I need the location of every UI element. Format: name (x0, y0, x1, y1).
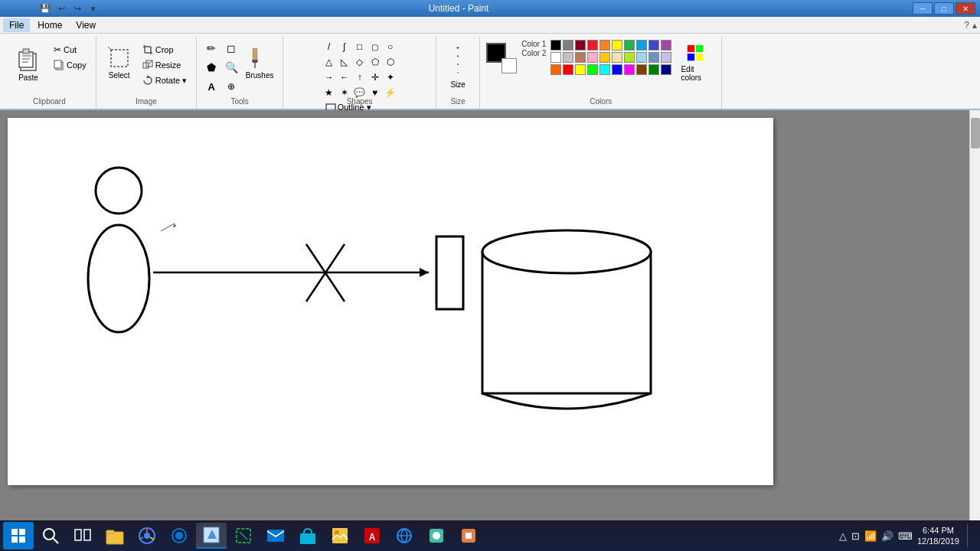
swatch-dkgreen[interactable] (648, 64, 659, 75)
color2-box[interactable] (501, 58, 517, 73)
swatch-cream[interactable] (612, 52, 622, 63)
menu-home[interactable]: Home (31, 18, 68, 32)
pencil-tool[interactable]: ✏ (203, 40, 220, 57)
taskbar-ie[interactable] (389, 523, 420, 549)
swatch-pink[interactable] (587, 52, 598, 63)
rotate-button[interactable]: Rotate ▾ (139, 73, 190, 87)
shape-arrow-4way[interactable]: ✛ (368, 70, 382, 84)
shape-diagonal-line[interactable]: / (322, 40, 336, 54)
swatch-blue[interactable] (636, 40, 647, 51)
taskbar-misc2[interactable] (453, 523, 484, 549)
shape-right-triangle[interactable]: ◺ (338, 55, 351, 69)
shape-curved-line[interactable]: ∫ (338, 40, 351, 54)
redo-qat-button[interactable]: ↪ (70, 2, 84, 15)
taskbar-search[interactable] (35, 523, 66, 549)
menu-view[interactable]: View (70, 18, 102, 32)
swatch-ltgray[interactable] (563, 52, 573, 63)
shape-ellipse[interactable]: ○ (384, 40, 397, 54)
svg-rect-39 (436, 236, 463, 309)
taskbar-acrobat[interactable]: A (357, 523, 387, 549)
vertical-scrollbar[interactable] (969, 110, 980, 530)
swatch-indigo[interactable] (648, 40, 659, 51)
swatch-orange2[interactable] (550, 64, 561, 75)
shape-arrow-u[interactable]: ↑ (353, 70, 367, 84)
swatch-red[interactable] (587, 40, 598, 51)
edit-colors-button[interactable]: Edit colors (677, 40, 715, 86)
taskbar-file-explorer[interactable] (100, 523, 130, 549)
swatch-gray[interactable] (563, 40, 573, 51)
magnifier-tool[interactable]: ⊕ (223, 78, 240, 95)
paste-button[interactable]: Paste (9, 40, 47, 86)
restore-button[interactable]: □ (934, 2, 954, 15)
swatch-ltblue[interactable] (636, 52, 647, 63)
shape-rounded-rect[interactable]: ▢ (368, 40, 382, 54)
swatch-purple[interactable] (661, 40, 671, 51)
copy-button[interactable]: Copy (51, 58, 90, 72)
eyedropper-tool[interactable]: 🔍 (223, 59, 240, 76)
canvas-container[interactable] (0, 110, 980, 530)
shape-diamond[interactable]: ◇ (353, 55, 367, 69)
customize-qat-button[interactable]: ▾ (87, 2, 100, 15)
taskbar-store[interactable] (292, 523, 323, 549)
system-clock[interactable]: 6:44 PM 12/18/2019 (917, 525, 959, 547)
minimize-button[interactable]: ─ (913, 2, 933, 15)
taskbar-chrome[interactable] (132, 523, 162, 549)
crop-button[interactable]: Crop (139, 43, 190, 57)
swatch-darkred[interactable] (575, 40, 586, 51)
taskbar-cortana[interactable] (164, 523, 194, 549)
taskbar-misc1[interactable] (421, 523, 452, 549)
menu-file[interactable]: File (3, 18, 30, 32)
size-button[interactable]: Size (443, 44, 473, 90)
shape-triangle[interactable]: △ (322, 55, 336, 69)
collapse-ribbon-button[interactable]: ▴ (972, 20, 977, 31)
swatch-cyan[interactable] (599, 64, 610, 75)
eraser-tool[interactable]: ◻ (223, 40, 240, 57)
taskbar-outlook[interactable] (260, 523, 291, 549)
drawing-canvas[interactable] (8, 118, 773, 485)
scrollbar-thumb[interactable] (971, 118, 980, 148)
help-button[interactable]: ? (964, 20, 969, 31)
swatch-orange[interactable] (599, 40, 610, 51)
swatch-black[interactable] (550, 40, 561, 51)
swatch-lavender[interactable] (661, 52, 671, 63)
swatch-ltgreen[interactable] (624, 52, 635, 63)
cut-button[interactable]: ✂ Cut (51, 43, 90, 57)
resize-button[interactable]: Resize (139, 58, 190, 72)
shape-pentagon[interactable]: ⬠ (368, 55, 382, 69)
swatch-blue2[interactable] (612, 64, 622, 75)
shape-hexagon[interactable]: ⬡ (384, 55, 397, 69)
shape-star4[interactable]: ✦ (384, 70, 397, 84)
swatch-gold[interactable] (599, 52, 610, 63)
taskbar-paint[interactable] (196, 523, 227, 549)
shape-arrow-l[interactable]: ← (338, 70, 351, 84)
swatch-brown[interactable] (636, 64, 647, 75)
text-tool[interactable]: A (203, 78, 220, 95)
select-button[interactable]: Select (103, 40, 136, 86)
swatch-lime[interactable] (587, 64, 598, 75)
swatch-red2[interactable] (563, 64, 573, 75)
swatch-slblue[interactable] (648, 52, 659, 63)
swatch-green[interactable] (624, 40, 635, 51)
taskbar-task-view[interactable] (67, 523, 98, 549)
swatch-magenta[interactable] (624, 64, 635, 75)
start-button[interactable] (3, 522, 34, 549)
swatch-yellow2[interactable] (575, 64, 586, 75)
shape-arrow-r[interactable]: → (322, 70, 336, 84)
close-button[interactable]: ✕ (956, 2, 975, 15)
fill-tool[interactable]: ⬟ (203, 59, 220, 76)
swatch-white[interactable] (550, 52, 561, 63)
shape-lightning[interactable]: ⚡ (384, 86, 397, 99)
shape-rect[interactable]: □ (353, 40, 367, 54)
swatch-navy[interactable] (661, 64, 671, 75)
swatch-tan[interactable] (575, 52, 586, 63)
taskbar-photos[interactable] (325, 523, 355, 549)
undo-qat-button[interactable]: ↩ (54, 2, 68, 15)
show-desktop-button[interactable] (967, 524, 971, 547)
volume-icon[interactable]: 🔊 (881, 530, 893, 542)
shape-star5[interactable]: ★ (322, 86, 336, 99)
brushes-button[interactable]: Brushes (243, 40, 276, 86)
save-qat-button[interactable]: 💾 (38, 2, 52, 15)
taskbar-snipping[interactable] (228, 523, 259, 549)
swatch-yellow[interactable] (612, 40, 622, 51)
network-icon[interactable]: 📶 (864, 530, 877, 542)
